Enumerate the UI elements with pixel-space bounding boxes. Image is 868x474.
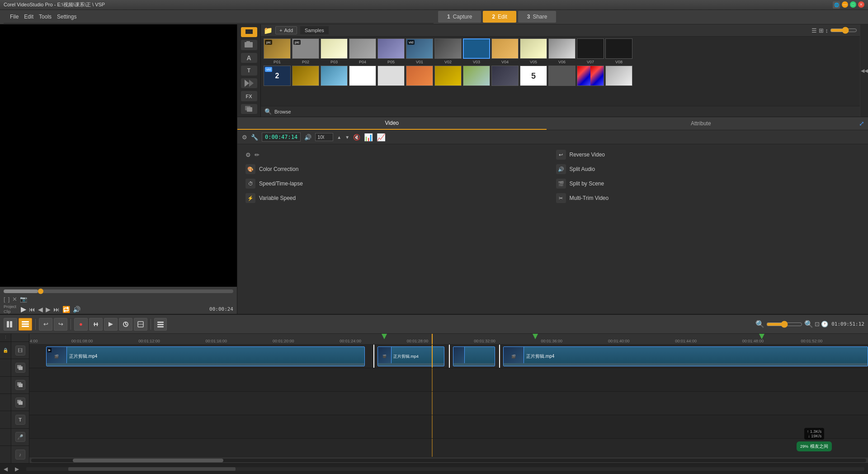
bracket-end-btn[interactable]: ] [8,296,10,303]
volume-input[interactable] [315,133,333,141]
thumbnail-t03[interactable] [321,66,348,86]
thumbnail-t05[interactable] [377,66,405,86]
instant-project-icon[interactable] [241,40,257,50]
tab-share[interactable]: 3 Share [518,11,557,23]
thumbnail-p01[interactable]: pic P01 [264,38,291,64]
tab-video[interactable]: Video [237,117,547,130]
action-reverse-row[interactable]: ↩ Reverse Video [553,148,863,161]
minimize-btn[interactable]: — [842,1,848,8]
clock-btn[interactable]: 🕐 [821,321,828,327]
text-icon[interactable]: T [241,66,257,76]
bracket-start-btn[interactable]: [ [4,296,5,303]
list-view-btn[interactable]: ☰ [811,27,817,34]
video-track-btn[interactable]: 🎞 [15,346,25,356]
thumb-size-slider[interactable] [830,27,857,34]
thumbnail-t09[interactable] [491,66,519,86]
thumbnail-v01[interactable]: vid V01 [406,38,433,64]
thumbnail-t02[interactable] [292,66,319,86]
action-split-scene-row[interactable]: 🎬 Split by Scene [553,177,863,190]
ov2-track-btn[interactable] [15,380,25,390]
volume-down-btn[interactable]: ▼ [345,135,349,140]
thumbnail-t08[interactable] [463,66,490,86]
fit-btn[interactable]: ⊡ [815,321,820,327]
video-clip-4[interactable]: 🎬 正片剪辑.mp4 [503,346,868,366]
h-scroll-thumb[interactable] [73,459,223,462]
title-track-btn[interactable]: T [15,415,25,425]
thumbnail-v04[interactable]: V04 [491,38,519,64]
cut-btn[interactable]: ✕ [12,296,17,303]
thumbnail-t10[interactable]: 5 [520,66,547,86]
next-frame-btn[interactable]: ▶ [46,306,51,313]
transitions-icon[interactable] [241,78,257,88]
thumbnail-t04[interactable] [349,66,376,86]
repeat-btn[interactable]: 🔁 [62,306,70,313]
thumbnail-v07[interactable]: V07 [577,38,604,64]
thumbnail-v06[interactable]: V06 [548,38,576,64]
status-next-btn[interactable]: ▶ [15,466,19,472]
folder-nav-btn[interactable]: 📁 [264,26,273,35]
timeline-scrubber[interactable] [4,289,233,293]
voice-track-btn[interactable]: 🎤 [15,432,25,442]
prev-frame-btn[interactable]: ◀ [38,306,43,313]
menu-edit[interactable]: Edit [21,13,36,21]
thumbnail-t06[interactable] [406,66,433,86]
zoom-in-btn[interactable]: 🔍 [804,320,813,328]
effect-btn1[interactable] [134,318,147,331]
timeline-mode-btn[interactable] [19,318,32,331]
thumbnail-t13[interactable] [605,66,632,86]
snapshot-btn[interactable]: 📷 [20,296,27,303]
action-variable-speed-row[interactable]: ⚡ Variable Speed [243,191,552,205]
menu-tools[interactable]: Tools [36,13,54,21]
maximize-btn[interactable]: □ [850,1,856,8]
mix-audio-btn[interactable] [89,318,103,331]
sort-btn[interactable]: ↕ [826,27,829,34]
mute-btn[interactable]: 🔊 [73,306,80,313]
tab-attribute[interactable]: Attribute [547,118,856,129]
fx-icon[interactable]: FX [241,91,257,101]
thumbnail-t07[interactable] [434,66,462,86]
thumbnail-t01[interactable]: 2 vid [264,66,291,86]
add-button[interactable]: + Add [275,26,297,34]
action-multitrim-row[interactable]: ✂ Multi-Trim Video [553,191,863,205]
menu-file[interactable]: File [7,13,21,21]
track-manager-btn[interactable] [154,318,167,331]
scrubber-handle[interactable] [38,289,43,294]
auto-scroll-btn[interactable] [104,318,118,331]
zoom-slider[interactable] [766,321,802,328]
expand-panel-btn[interactable]: ⤢ [855,118,868,129]
thumbnail-p05[interactable]: P05 [377,38,405,64]
h-scroll-track[interactable] [31,459,866,462]
grid-view-btn[interactable]: ⊞ [819,27,824,34]
tab-edit[interactable]: 2 Edit [483,11,516,23]
menu-settings[interactable]: Settings [54,13,79,21]
thumbnail-p04[interactable]: P04 [349,38,376,64]
samples-tab[interactable]: Samples [300,26,329,35]
play-btn[interactable]: ▶ [21,305,26,313]
next-frame-end-btn[interactable]: ⏭ [53,306,60,313]
thumbnail-t11[interactable] [548,66,576,86]
record-btn[interactable]: ● [74,318,88,331]
action-color-row[interactable]: 🎨 Color Correction [243,162,552,176]
close-btn[interactable]: ✕ [858,1,864,8]
prev-frame-start-btn[interactable]: ⏮ [29,306,35,313]
thumbnail-v05[interactable]: V05 [520,38,547,64]
media-library-icon[interactable] [241,27,257,37]
music-track-btn[interactable]: ♪ [15,450,25,460]
volume-up-btn[interactable]: ▲ [337,135,341,140]
thumbnail-t12[interactable] [577,66,604,86]
video-clip-3[interactable] [453,346,495,366]
ov3-track-btn[interactable] [15,398,25,408]
storyboard-btn[interactable] [4,318,17,331]
video-clip-1[interactable]: 🎬 ▶ 正片剪辑.mp4 [46,346,365,366]
action-split-audio-row[interactable]: 🔊 Split Audio [553,162,863,176]
options-icon[interactable]: ⚙ [242,134,247,141]
action-speed-row[interactable]: ⏱ Speed/Time-lapse [243,177,552,190]
video-clip-2[interactable]: 🎬 正片剪辑.mp4 [377,346,444,366]
title-icon[interactable]: A [241,53,257,63]
browse-button[interactable]: 🔍 Browse [261,106,860,117]
tab-capture[interactable]: 1 Capture [438,11,481,23]
lock-icon-v[interactable]: 🔒 [3,348,8,353]
library-collapse-btn[interactable]: ◀◀ [860,24,868,117]
ov1-track-btn[interactable] [15,363,25,373]
status-scroll-thumb[interactable] [68,467,236,471]
